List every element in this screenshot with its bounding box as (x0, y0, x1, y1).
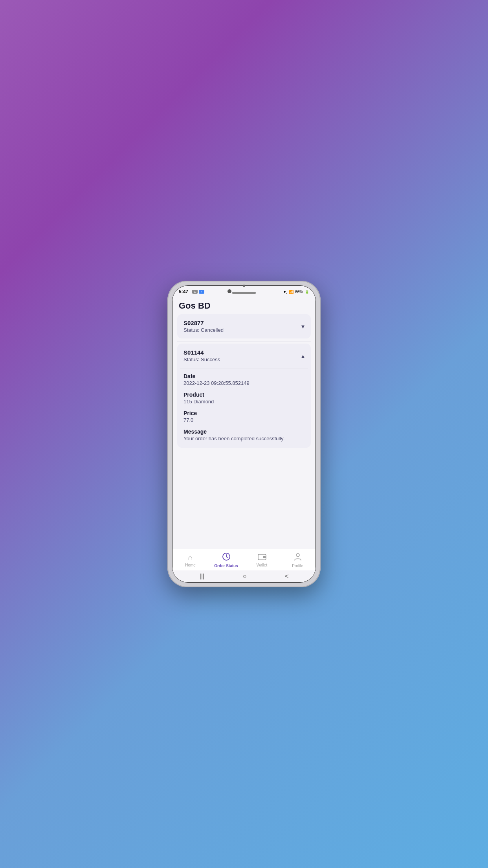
page-title: Gos BD (172, 296, 316, 314)
message-label: Message (183, 428, 305, 435)
status-time: 5:47 (179, 289, 188, 294)
status-bar: 5:47 🖼 ↑ ▾◟ 📶 66% 🔋 (172, 286, 316, 296)
date-value: 2022-12-23 09:28:55.852149 (183, 380, 305, 386)
app-notif-icon: ↑ (199, 290, 204, 294)
status-icons-right: ▾◟ 📶 66% 🔋 (284, 290, 309, 294)
back-button[interactable]: < (285, 573, 288, 580)
order-status-label: Order Status (214, 564, 238, 568)
order-status-s02877: Status: Cancelled (183, 327, 224, 333)
recent-apps-button[interactable]: ||| (200, 573, 204, 580)
wallet-icon (258, 553, 266, 562)
home-icon: ⌂ (188, 553, 193, 562)
chevron-down-icon: ▾ (301, 323, 305, 330)
order-status-s01144: Status: Success (183, 357, 220, 362)
nav-profile[interactable]: Profile (280, 552, 316, 568)
date-field: Date 2022-12-23 09:28:55.852149 (183, 373, 305, 386)
nav-order-status[interactable]: Order Status (208, 552, 244, 568)
order-card-s02877[interactable]: S02877 Status: Cancelled ▾ (177, 314, 311, 338)
battery-icon: 🔋 (305, 290, 309, 294)
orders-list: S02877 Status: Cancelled ▾ S01144 Status… (172, 314, 316, 549)
photo-notif-icon: 🖼 (192, 290, 198, 294)
wifi-icon: ▾◟ (284, 290, 287, 294)
price-value: 77.0 (183, 417, 305, 423)
phone-frame: 5:47 🖼 ↑ ▾◟ 📶 66% 🔋 Gos BD (167, 281, 321, 587)
date-label: Date (183, 373, 305, 379)
message-field: Message Your order has been completed su… (183, 428, 305, 441)
price-field: Price 77.0 (183, 410, 305, 423)
order-info-s02877: S02877 Status: Cancelled (183, 320, 224, 333)
profile-icon (294, 552, 302, 563)
bottom-nav: ⌂ Home Order Status (172, 549, 316, 570)
battery-text: 66% (295, 290, 303, 294)
profile-label: Profile (292, 564, 303, 568)
product-value: 115 Diamond (183, 399, 305, 405)
nav-wallet[interactable]: Wallet (244, 553, 280, 567)
order-header-s01144[interactable]: S01144 Status: Success ▴ (177, 344, 311, 368)
phone-speaker (232, 292, 256, 294)
order-id-s01144: S01144 (183, 349, 220, 356)
order-header-s02877[interactable]: S02877 Status: Cancelled ▾ (177, 314, 311, 338)
home-label: Home (185, 563, 196, 567)
order-expanded-s01144: Date 2022-12-23 09:28:55.852149 Product … (177, 368, 311, 448)
product-field: Product 115 Diamond (183, 392, 305, 405)
message-value: Your order has been completed successful… (183, 436, 305, 441)
signal-icon: 📶 (289, 290, 294, 294)
system-nav: ||| ○ < (172, 570, 316, 582)
wallet-label: Wallet (257, 563, 267, 567)
svg-rect-2 (263, 556, 266, 558)
notification-icons: 🖼 ↑ (192, 290, 204, 294)
nav-home[interactable]: ⌂ Home (172, 553, 208, 567)
order-divider (177, 342, 311, 342)
order-info-s01144: S01144 Status: Success (183, 349, 220, 362)
svg-point-3 (296, 554, 299, 557)
chevron-up-icon: ▴ (301, 352, 305, 360)
order-status-icon (222, 552, 231, 563)
app-content: Gos BD S02877 Status: Cancelled ▾ (172, 296, 316, 582)
home-button[interactable]: ○ (243, 573, 247, 580)
product-label: Product (183, 392, 305, 398)
order-card-s01144[interactable]: S01144 Status: Success ▴ Date 2022-12-23… (177, 344, 311, 448)
price-label: Price (183, 410, 305, 416)
phone-screen: 5:47 🖼 ↑ ▾◟ 📶 66% 🔋 Gos BD (172, 285, 316, 583)
phone-camera (227, 289, 231, 293)
phone-sensor (243, 285, 245, 287)
order-id-s02877: S02877 (183, 320, 224, 326)
